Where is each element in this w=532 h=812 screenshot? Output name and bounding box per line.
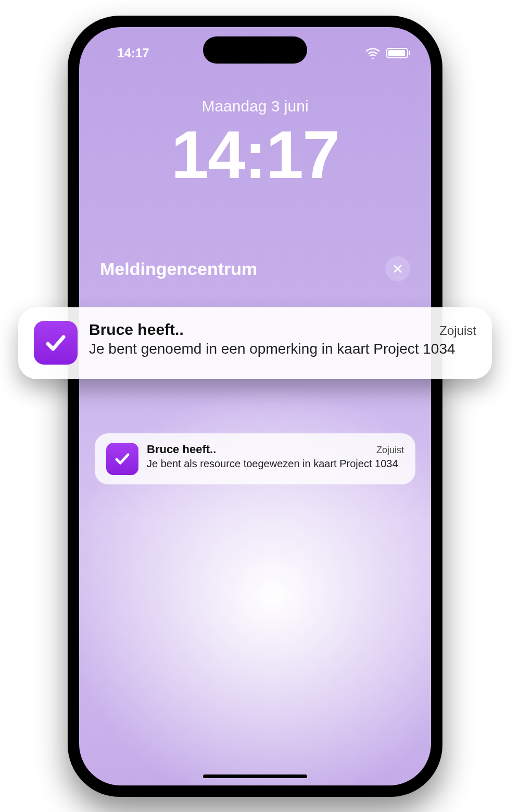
status-bar: 14:17 <box>79 43 431 64</box>
lock-time: 14:17 <box>79 116 431 194</box>
notification-card[interactable]: Bruce heeft.. Zojuist Je bent genoemd in… <box>18 307 492 379</box>
home-indicator[interactable] <box>203 774 307 778</box>
notification-time: Zojuist <box>439 323 476 338</box>
notification-text: Je bent als resource toegewezen in kaart… <box>147 457 404 470</box>
lock-screen: 14:17 Maandag 3 juni 14:17 Me <box>79 27 431 785</box>
lock-date: Maandag 3 juni <box>79 97 431 115</box>
battery-icon <box>386 48 408 58</box>
notification-time: Zojuist <box>376 445 404 456</box>
app-icon <box>106 443 138 475</box>
app-icon <box>34 321 78 365</box>
checkmark-icon <box>43 330 69 356</box>
close-button[interactable] <box>385 256 410 281</box>
status-right <box>365 47 408 59</box>
notification-body: Bruce heeft.. Zojuist Je bent als resour… <box>147 443 404 470</box>
checkmark-icon <box>113 449 132 468</box>
wifi-icon <box>365 47 380 59</box>
phone-frame: 14:17 Maandag 3 juni 14:17 Me <box>68 16 442 797</box>
notification-title: Bruce heeft.. <box>89 321 184 339</box>
notification-text: Je bent genoemd in een opmerking in kaar… <box>89 340 476 358</box>
notification-card[interactable]: Bruce heeft.. Zojuist Je bent als resour… <box>95 433 415 484</box>
notification-body: Bruce heeft.. Zojuist Je bent genoemd in… <box>89 321 476 358</box>
notification-center-header: Meldingencentrum <box>100 256 410 281</box>
notification-title: Bruce heeft.. <box>147 443 216 456</box>
status-time: 14:17 <box>102 46 164 60</box>
notification-center-title: Meldingencentrum <box>100 259 257 279</box>
close-icon <box>392 263 403 274</box>
